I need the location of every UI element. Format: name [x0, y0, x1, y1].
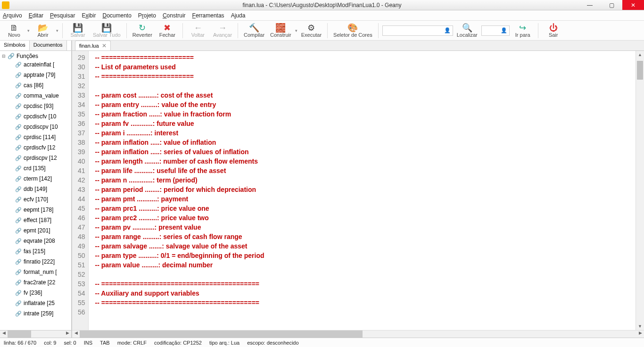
abrir-button[interactable]: 📂Abrir — [32, 21, 54, 40]
construir-button[interactable]: 🧱Construir — [268, 21, 293, 40]
scroll-down-icon[interactable]: ▼ — [636, 322, 644, 330]
tree-item[interactable]: 🔗cprdiscfv [12 — [15, 142, 71, 153]
tab-symbols[interactable]: Símbolos — [0, 41, 30, 50]
compilar-button[interactable]: 🔨Compilar — [242, 21, 266, 40]
tree-item-label: cprdiscfv [12 — [24, 144, 55, 151]
menu-ferramentas[interactable]: Ferramentas — [192, 12, 224, 19]
search-input[interactable]: 👤 — [382, 25, 453, 36]
scroll-left-icon[interactable]: ◀ — [72, 330, 80, 338]
tree-item-label: acrateinflat [ — [24, 61, 54, 68]
localizar-button[interactable]: 🔍Localizar — [455, 21, 479, 40]
tree-item[interactable]: 🔗cpcdiscfv [10 — [15, 111, 71, 122]
vscroll-thumb[interactable] — [637, 61, 643, 80]
tree-item[interactable]: 🔗cterm [142] — [15, 174, 71, 184]
tree-item-label: intrate [259] — [24, 310, 53, 317]
link-icon: 🔗 — [15, 238, 22, 244]
tree-item[interactable]: 🔗cpcdiscpv [10 — [15, 122, 71, 132]
link-icon: 🔗 — [15, 248, 22, 255]
menu-exibir[interactable]: Exibir — [82, 12, 96, 19]
menu-arquivo[interactable]: Arquivo — [3, 12, 22, 19]
fechar-button[interactable]: ✖Fechar — [156, 21, 179, 40]
build-icon: 🧱 — [275, 24, 286, 32]
menu-projeto[interactable]: Projeto — [138, 12, 156, 19]
tree-item[interactable]: 🔗epmt [201] — [15, 225, 71, 236]
tree-item[interactable]: 🔗fas [215] — [15, 246, 71, 256]
tree-item[interactable]: 🔗cas [86] — [15, 80, 71, 91]
tree-item-label: cprdisc [114] — [24, 134, 56, 140]
salvar-button[interactable]: 💾Salvar — [66, 21, 89, 40]
scroll-right-icon[interactable]: ▶ — [636, 330, 644, 338]
menu-pesquisar[interactable]: Pesquisar — [50, 12, 75, 19]
tree-item[interactable]: 🔗cprdisc [114] — [15, 132, 71, 142]
status-col: col: 9 — [44, 340, 56, 346]
goto-input[interactable]: 👤 — [481, 25, 510, 36]
tree-item[interactable]: 🔗fv [236] — [15, 288, 71, 298]
tree-item[interactable]: 🔗frac2rate [22 — [15, 277, 71, 288]
minimize-button[interactable]: — — [579, 0, 601, 10]
tree-item[interactable]: 🔗ecfv [170] — [15, 194, 71, 205]
tree-item[interactable]: 🔗format_num [ — [15, 267, 71, 277]
code-view[interactable]: -- ========================-- List of pa… — [89, 51, 636, 330]
search-person-icon: 👤 — [444, 27, 451, 33]
code-container: 2930313233343536373839404142434445464748… — [72, 51, 644, 330]
color-icon: 🎨 — [347, 24, 358, 32]
menu-documento[interactable]: Documento — [102, 12, 131, 19]
tree-item-label: fv [236] — [24, 289, 42, 296]
tree-item[interactable]: 🔗eepmt [178] — [15, 205, 71, 215]
vertical-scrollbar[interactable]: ▲ ▼ — [636, 51, 644, 330]
sair-button[interactable]: ⏻Sair — [542, 21, 565, 40]
tree-item[interactable]: 🔗intrate [259] — [15, 308, 71, 319]
tree-item[interactable]: 🔗cpcdisc [93] — [15, 101, 71, 111]
link-icon: 🔗 — [15, 62, 22, 68]
reverter-button[interactable]: ↻Reverter — [131, 21, 154, 40]
tab-close-icon[interactable]: ✕ — [102, 42, 107, 49]
scroll-up-icon[interactable]: ▲ — [636, 51, 644, 58]
hscroll-thumb[interactable] — [80, 330, 363, 338]
dropdown-icon[interactable]: ▾ — [295, 28, 297, 33]
maximize-button[interactable]: ▢ — [601, 0, 622, 10]
editor-area: finan.lua ✕ 2930313233343536373839404142… — [72, 41, 644, 338]
dropdown-icon[interactable]: ▾ — [56, 28, 58, 33]
link-icon: 🔗 — [15, 165, 22, 172]
collapse-icon[interactable]: ⊟ — [2, 54, 6, 58]
horizontal-scrollbar[interactable]: ◀ ▶ — [72, 330, 644, 338]
tree-item[interactable]: 🔗effect [187] — [15, 215, 71, 225]
tree-item[interactable]: 🔗ddb [149] — [15, 184, 71, 194]
dropdown-icon[interactable]: ▾ — [27, 28, 30, 33]
tree-item[interactable]: 🔗finratio [222] — [15, 256, 71, 267]
tree-item-label: finratio [222] — [24, 258, 55, 265]
menu-construir[interactable]: Construir — [163, 12, 186, 19]
tree-item[interactable]: 🔗inflatrate [25 — [15, 298, 71, 308]
window-title: finan.lua - C:\Users\Augusto\Desktop\Mod… — [0, 2, 644, 8]
tree-root-functions[interactable]: ⊟ 🔗 Funções — [0, 53, 71, 59]
salvartudo-button[interactable]: 💾Salvar Tudo — [91, 21, 123, 40]
tree-item-label: frac2rate [22 — [24, 279, 55, 286]
scroll-left-icon[interactable]: ◀ — [0, 330, 8, 338]
file-tab-finan[interactable]: finan.lua ✕ — [75, 41, 111, 50]
status-line: linha: 66 / 670 — [4, 340, 36, 346]
tree-item[interactable]: 🔗cprdiscpv [12 — [15, 153, 71, 163]
executar-button[interactable]: ⚙Executar — [299, 21, 323, 40]
find-icon: 🔍 — [462, 24, 472, 32]
tree-item-label: ddb [149] — [24, 186, 47, 192]
seletor-button[interactable]: 🎨Seletor de Cores — [331, 21, 374, 40]
avancar-button[interactable]: →Avançar — [211, 21, 234, 40]
menu-editar[interactable]: Editar — [29, 12, 43, 19]
novo-button[interactable]: 🗎Novo — [3, 21, 25, 40]
status-sel: sel: 0 — [64, 340, 76, 346]
menu-ajuda[interactable]: Ajuda — [231, 12, 246, 19]
close-button[interactable]: ✕ — [622, 0, 644, 10]
scroll-right-icon[interactable]: ▶ — [64, 330, 71, 338]
tab-documents[interactable]: Documentos — [30, 41, 67, 50]
tree-item[interactable]: 🔗crd [135] — [15, 163, 71, 174]
tree-item[interactable]: 🔗comma_value — [15, 91, 71, 101]
tree-item[interactable]: 🔗apptrate [79] — [15, 70, 71, 80]
scroll-thumb[interactable] — [8, 330, 31, 338]
tree-item[interactable]: 🔗eqvrate [208 — [15, 236, 71, 246]
tree-item[interactable]: 🔗acrateinflat [ — [15, 59, 71, 70]
sidebar-hscroll[interactable]: ◀ ▶ — [0, 330, 71, 338]
voltar-button[interactable]: ←Voltar — [187, 21, 209, 40]
link-icon: 🔗 — [15, 83, 22, 89]
irpara-button[interactable]: ↪Ir para — [512, 21, 534, 40]
titlebar: finan.lua - C:\Users\Augusto\Desktop\Mod… — [0, 0, 644, 10]
